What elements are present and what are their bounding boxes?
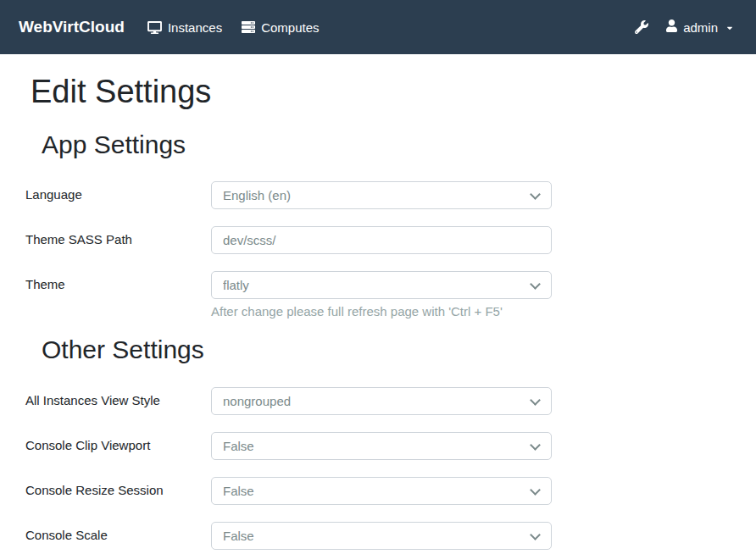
chevron-down-icon: flatly: [211, 271, 552, 299]
form-row-console-scale: Console Scale False: [25, 522, 731, 550]
nav-item-computes[interactable]: Computes: [242, 20, 319, 35]
form-row-language: Language English (en): [25, 181, 731, 209]
form-row-console-resize-session: Console Resize Session False: [25, 477, 731, 505]
console-resize-session-select[interactable]: False: [211, 477, 552, 505]
wrench-icon[interactable]: [635, 20, 648, 34]
theme-select[interactable]: flatly: [211, 271, 552, 299]
field-label: All Instances View Style: [25, 387, 211, 407]
form-row-theme: Theme flatly After change please full re…: [25, 271, 731, 319]
navbar: WebVirtCloud Instances Computes admin: [0, 0, 756, 54]
brand-webvirtcloud[interactable]: WebVirtCloud: [19, 18, 125, 36]
chevron-down-icon: English (en): [211, 181, 552, 209]
nav-item-label: Instances: [168, 20, 222, 35]
user-label: admin: [683, 20, 718, 35]
field-label: Console Scale: [25, 522, 211, 542]
page-title: Edit Settings: [31, 74, 731, 111]
theme-help-text: After change please full refresh page wi…: [211, 304, 552, 319]
console-scale-select[interactable]: False: [211, 522, 552, 550]
navbar-right-nav: admin: [635, 19, 734, 35]
field-label: Theme SASS Path: [25, 226, 211, 247]
chevron-down-icon: nongrouped: [211, 387, 552, 415]
desktop-icon: [147, 21, 162, 34]
chevron-down-icon: False: [211, 522, 552, 550]
caret-down-icon: [725, 20, 734, 35]
nav-item-instances[interactable]: Instances: [147, 20, 222, 35]
console-clip-viewport-select[interactable]: False: [211, 432, 552, 460]
chevron-down-icon: False: [211, 432, 552, 460]
navbar-left-nav: Instances Computes: [147, 20, 339, 35]
form-row-theme-sass-path: Theme SASS Path: [25, 226, 731, 254]
field-label: Console Resize Session: [25, 477, 211, 497]
nav-item-label: Computes: [261, 20, 319, 35]
field-label: Theme: [25, 271, 211, 291]
theme-sass-path-input[interactable]: [211, 226, 552, 254]
form-row-all-instances-view-style: All Instances View Style nongrouped: [25, 387, 731, 415]
all-instances-view-style-select[interactable]: nongrouped: [211, 387, 552, 415]
section-title-other-settings: Other Settings: [42, 335, 731, 365]
section-title-app-settings: App Settings: [42, 130, 731, 160]
user-icon: [666, 19, 677, 35]
server-icon: [242, 20, 255, 34]
chevron-down-icon: False: [211, 477, 552, 505]
field-label: Language: [25, 181, 211, 202]
language-select[interactable]: English (en): [211, 181, 552, 209]
main-content: Edit Settings App Settings Language Engl…: [0, 74, 756, 550]
user-dropdown[interactable]: admin: [666, 19, 734, 35]
field-label: Console Clip Viewport: [25, 432, 211, 452]
form-row-console-clip-viewport: Console Clip Viewport False: [25, 432, 731, 460]
